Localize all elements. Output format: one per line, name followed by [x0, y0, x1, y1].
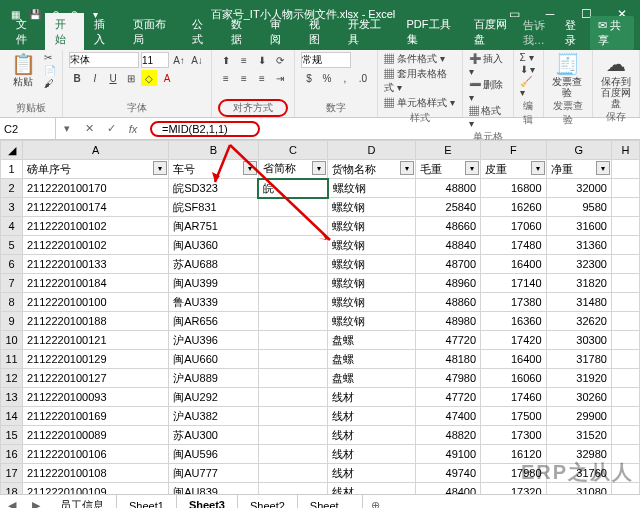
data-cell[interactable]: 32300	[546, 255, 611, 274]
data-cell[interactable]: 苏AU688	[169, 255, 258, 274]
number-format-select[interactable]	[301, 52, 351, 68]
conditional-format-button[interactable]: ▦ 条件格式 ▾	[384, 52, 445, 66]
tab-layout[interactable]: 页面布局	[123, 13, 181, 50]
data-cell[interactable]: 9580	[546, 198, 611, 217]
data-cell[interactable]: 2112220100100	[23, 293, 169, 312]
data-cell[interactable]: 闽AU839	[169, 483, 258, 495]
column-header[interactable]: C	[258, 141, 327, 160]
data-cell[interactable]: 螺纹钢	[328, 274, 416, 293]
column-header[interactable]: D	[328, 141, 416, 160]
data-cell[interactable]: 苏AU300	[169, 426, 258, 445]
data-cell[interactable]: 2112220100169	[23, 407, 169, 426]
border-button[interactable]: ⊞	[123, 70, 139, 86]
bold-button[interactable]: B	[69, 70, 85, 86]
tab-baidu[interactable]: 百度网盘	[464, 13, 522, 50]
data-cell[interactable]: 16400	[481, 350, 546, 369]
data-cell[interactable]: 盘螺	[328, 350, 416, 369]
copy-icon[interactable]: 📄	[44, 65, 56, 76]
data-cell[interactable]: 2112220100109	[23, 483, 169, 495]
column-header[interactable]: H	[611, 141, 639, 160]
data-cell[interactable]: 线材	[328, 426, 416, 445]
row-header[interactable]: 15	[1, 426, 23, 445]
data-cell[interactable]: 17380	[481, 293, 546, 312]
data-cell[interactable]	[258, 369, 327, 388]
column-header[interactable]: B	[169, 141, 258, 160]
sheet-tab[interactable]: Sheet1	[117, 495, 177, 508]
data-cell[interactable]	[258, 464, 327, 483]
filter-dropdown-icon[interactable]: ▾	[312, 161, 326, 175]
data-cell[interactable]: 沪AU382	[169, 407, 258, 426]
row-header[interactable]: 14	[1, 407, 23, 426]
data-cell[interactable]	[258, 255, 327, 274]
data-cell[interactable]	[258, 236, 327, 255]
data-cell[interactable]: 2112220100133	[23, 255, 169, 274]
row-header[interactable]: 17	[1, 464, 23, 483]
data-cell[interactable]: 32620	[546, 312, 611, 331]
header-cell[interactable]: 货物名称▾	[328, 160, 416, 179]
data-cell[interactable]: 皖SD323	[169, 179, 258, 198]
data-cell[interactable]: 17460	[481, 388, 546, 407]
row-header[interactable]: 1	[1, 160, 23, 179]
data-cell[interactable]: 16060	[481, 369, 546, 388]
data-cell[interactable]: 鲁AU339	[169, 293, 258, 312]
data-cell[interactable]: 闽AU777	[169, 464, 258, 483]
row-header[interactable]: 3	[1, 198, 23, 217]
data-cell[interactable]: 49740	[415, 464, 480, 483]
data-cell[interactable]: 31780	[546, 350, 611, 369]
data-cell[interactable]: 48840	[415, 236, 480, 255]
data-cell[interactable]: 线材	[328, 407, 416, 426]
data-cell[interactable]: 线材	[328, 464, 416, 483]
tell-me-search[interactable]: 告诉我…	[523, 18, 560, 48]
spreadsheet-grid[interactable]: ◢ABCDEFGH1磅单序号▾车号▾省简称▾货物名称▾毛重▾皮重▾净重▾2211…	[0, 140, 640, 494]
filter-dropdown-icon[interactable]: ▾	[465, 161, 479, 175]
data-cell[interactable]: 2112220100108	[23, 464, 169, 483]
tab-pdf[interactable]: PDF工具集	[397, 13, 465, 50]
row-header[interactable]: 12	[1, 369, 23, 388]
data-cell[interactable]: 2112220100102	[23, 236, 169, 255]
tab-review[interactable]: 审阅	[260, 13, 299, 50]
data-cell[interactable]	[611, 369, 639, 388]
header-cell[interactable]	[611, 160, 639, 179]
header-cell[interactable]: 磅单序号▾	[23, 160, 169, 179]
namebox-dropdown-icon[interactable]: ▾	[56, 122, 78, 135]
data-cell[interactable]: 17060	[481, 217, 546, 236]
row-header[interactable]: 13	[1, 388, 23, 407]
filter-dropdown-icon[interactable]: ▾	[531, 161, 545, 175]
align-bottom-icon[interactable]: ⬇	[254, 52, 270, 68]
login-link[interactable]: 登录	[565, 18, 583, 48]
data-cell[interactable]	[611, 179, 639, 198]
data-cell[interactable]: 17420	[481, 331, 546, 350]
align-center-icon[interactable]: ≡	[236, 70, 252, 86]
data-cell[interactable]: 闽AR656	[169, 312, 258, 331]
data-cell[interactable]	[611, 407, 639, 426]
sheet-tab[interactable]: Sheet2	[238, 495, 298, 508]
data-cell[interactable]: 沪AU396	[169, 331, 258, 350]
tab-view[interactable]: 视图	[299, 13, 338, 50]
save-baidu-button[interactable]: ☁保存到百度网盘	[599, 52, 633, 109]
enter-icon[interactable]: ✓	[100, 122, 122, 135]
italic-button[interactable]: I	[87, 70, 103, 86]
clear-button[interactable]: 🧹 ▾	[520, 76, 538, 98]
data-cell[interactable]: 48700	[415, 255, 480, 274]
row-header[interactable]: 6	[1, 255, 23, 274]
data-cell[interactable]: 47980	[415, 369, 480, 388]
data-cell[interactable]: 31480	[546, 293, 611, 312]
data-cell[interactable]: 螺纹钢	[328, 255, 416, 274]
data-cell[interactable]: 线材	[328, 445, 416, 464]
data-cell[interactable]	[258, 217, 327, 236]
row-header[interactable]: 9	[1, 312, 23, 331]
data-cell[interactable]	[258, 426, 327, 445]
data-cell[interactable]: 线材	[328, 483, 416, 495]
data-cell[interactable]: 螺纹钢	[328, 198, 416, 217]
row-header[interactable]: 7	[1, 274, 23, 293]
data-cell[interactable]: 31820	[546, 274, 611, 293]
data-cell[interactable]: 线材	[328, 388, 416, 407]
data-cell[interactable]	[611, 217, 639, 236]
align-right-icon[interactable]: ≡	[254, 70, 270, 86]
cell-styles-button[interactable]: ▦ 单元格样式 ▾	[384, 96, 455, 110]
new-sheet-icon[interactable]: ⊕	[363, 499, 388, 508]
sheet-nav-prev-icon[interactable]: ◀	[0, 499, 24, 508]
cut-icon[interactable]: ✂	[44, 52, 56, 63]
data-cell[interactable]: 31920	[546, 369, 611, 388]
data-cell[interactable]: 2112220100102	[23, 217, 169, 236]
